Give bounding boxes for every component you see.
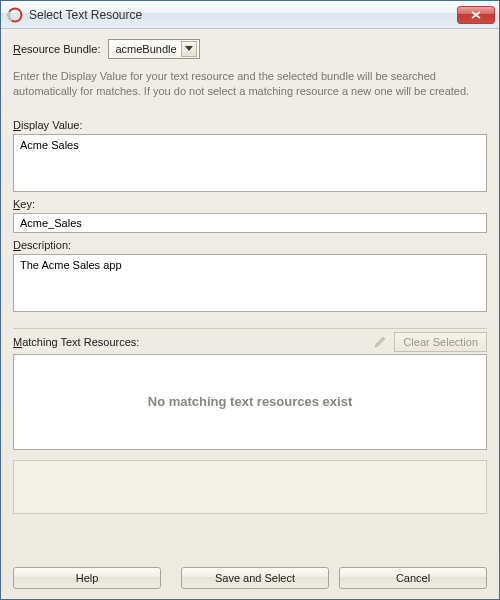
resource-bundle-row: Resource Bundle: acmeBundle bbox=[13, 39, 487, 59]
title-bar: Select Text Resource bbox=[1, 1, 499, 29]
matching-resources-list[interactable]: No matching text resources exist bbox=[13, 354, 487, 450]
matching-empty-text: No matching text resources exist bbox=[148, 394, 352, 409]
dropdown-arrow-icon bbox=[181, 41, 197, 57]
resource-bundle-label: Resource Bundle: bbox=[13, 43, 100, 55]
resource-bundle-select[interactable]: acmeBundle bbox=[108, 39, 199, 59]
resource-bundle-value: acmeBundle bbox=[115, 43, 176, 55]
dialog-window: Select Text Resource Resource Bundle: ac… bbox=[0, 0, 500, 600]
dialog-body: Resource Bundle: acmeBundle Enter the Di… bbox=[1, 29, 499, 599]
matching-resources-label: Matching Text Resources: bbox=[13, 336, 370, 348]
matching-resources-header: Matching Text Resources: Clear Selection bbox=[13, 328, 487, 352]
window-title: Select Text Resource bbox=[29, 8, 457, 22]
key-input[interactable] bbox=[13, 213, 487, 233]
cancel-button[interactable]: Cancel bbox=[339, 567, 487, 589]
dialog-button-row: Help Save and Select Cancel bbox=[13, 557, 487, 589]
display-value-input[interactable] bbox=[13, 134, 487, 192]
app-icon bbox=[7, 7, 23, 23]
help-button[interactable]: Help bbox=[13, 567, 161, 589]
save-and-select-button[interactable]: Save and Select bbox=[181, 567, 329, 589]
edit-icon[interactable] bbox=[370, 333, 390, 351]
preview-panel bbox=[13, 460, 487, 514]
clear-selection-button[interactable]: Clear Selection bbox=[394, 332, 487, 352]
description-input[interactable] bbox=[13, 254, 487, 312]
key-label: Key: bbox=[13, 198, 487, 210]
display-value-label: Display Value: bbox=[13, 119, 487, 131]
instruction-text: Enter the Display Value for your text re… bbox=[13, 69, 487, 99]
description-label: Description: bbox=[13, 239, 487, 251]
close-button[interactable] bbox=[457, 6, 495, 24]
